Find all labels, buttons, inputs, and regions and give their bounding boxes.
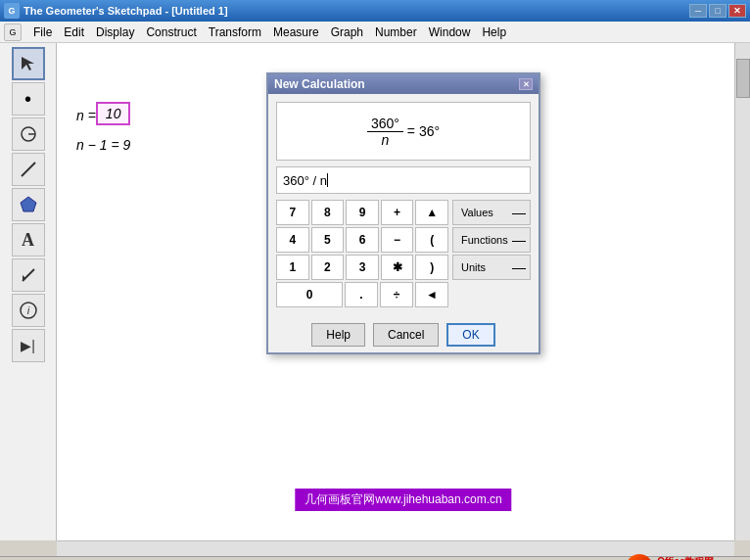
tool-more[interactable]: ▶| bbox=[12, 329, 45, 362]
menu-file[interactable]: File bbox=[27, 23, 58, 41]
menu-measure[interactable]: Measure bbox=[267, 23, 325, 41]
calc-1[interactable]: 1 bbox=[276, 255, 309, 280]
calc-backspace[interactable]: ◄ bbox=[415, 282, 448, 307]
watermark: 几何画板官网www.jihehuaban.com.cn bbox=[295, 489, 511, 511]
text-cursor bbox=[327, 173, 328, 187]
office-logo-area: O Office教程网 www.office26.com bbox=[626, 554, 742, 561]
new-calculation-dialog: New Calculation ✕ 360° n = 36° 360° / bbox=[266, 72, 540, 354]
canvas-area: n = 10 n − 1 = 9 New Calculation ✕ 360° bbox=[57, 43, 750, 540]
tool-polygon[interactable] bbox=[12, 188, 45, 221]
menu-display[interactable]: Display bbox=[90, 23, 140, 41]
app-menu-icon[interactable]: G bbox=[4, 23, 22, 41]
calc-multiply[interactable]: ✱ bbox=[381, 255, 414, 280]
svg-line-3 bbox=[22, 163, 35, 176]
dialog-title-bar: New Calculation ✕ bbox=[268, 74, 539, 94]
vertical-scrollbar[interactable] bbox=[734, 43, 750, 540]
calc-2[interactable]: 2 bbox=[311, 255, 345, 280]
calc-7[interactable]: 7 bbox=[276, 200, 309, 225]
cancel-button[interactable]: Cancel bbox=[373, 323, 439, 347]
menu-transform[interactable]: Transform bbox=[203, 23, 267, 41]
calc-plus[interactable]: + bbox=[381, 200, 414, 225]
menu-window[interactable]: Window bbox=[423, 23, 477, 41]
input-text: 360° / n bbox=[283, 173, 327, 188]
calc-up-arrow[interactable]: ▲ bbox=[415, 200, 448, 225]
calc-numpad: 7 8 9 + ▲ 4 5 6 − bbox=[276, 200, 448, 309]
menu-help[interactable]: Help bbox=[476, 23, 512, 41]
svg-marker-4 bbox=[21, 197, 36, 211]
calc-open-paren[interactable]: ( bbox=[415, 227, 448, 253]
left-toolbar: • A i ▶| bbox=[0, 43, 57, 540]
menu-edit[interactable]: Edit bbox=[58, 23, 90, 41]
minimize-button[interactable]: ─ bbox=[689, 4, 707, 18]
tool-pen[interactable] bbox=[12, 258, 45, 292]
window-controls: ─ □ ✕ bbox=[689, 4, 746, 18]
tool-info[interactable]: i bbox=[12, 294, 45, 327]
tool-arrow[interactable] bbox=[12, 47, 45, 80]
calc-5[interactable]: 5 bbox=[311, 227, 345, 253]
window-title: The Geometer's Sketchpad - [Untitled 1] bbox=[23, 5, 689, 17]
calc-6[interactable]: 6 bbox=[346, 227, 379, 253]
formula-result: = 36° bbox=[407, 123, 440, 139]
calc-8[interactable]: 8 bbox=[311, 200, 345, 225]
calc-3[interactable]: 3 bbox=[346, 255, 379, 280]
calc-9[interactable]: 9 bbox=[346, 200, 379, 225]
menu-bar: G File Edit Display Construct Transform … bbox=[0, 22, 750, 43]
tool-text[interactable]: A bbox=[12, 223, 45, 257]
dialog-title: New Calculation bbox=[274, 77, 365, 91]
dialog-overlay: New Calculation ✕ 360° n = 36° 360° / bbox=[57, 43, 750, 540]
calc-side-buttons: Values — Functions — Units — bbox=[452, 200, 531, 309]
menu-graph[interactable]: Graph bbox=[325, 23, 369, 41]
dialog-content: 360° n = 36° 360° / n bbox=[268, 94, 539, 317]
calculator-area: 7 8 9 + ▲ 4 5 6 − bbox=[276, 200, 531, 309]
dialog-actions: Help Cancel OK bbox=[268, 317, 539, 352]
calc-0[interactable]: 0 bbox=[276, 282, 343, 307]
values-button[interactable]: Values — bbox=[452, 200, 531, 225]
formula-fraction: 360° n bbox=[367, 116, 403, 148]
title-bar: G The Geometer's Sketchpad - [Untitled 1… bbox=[0, 0, 750, 22]
scrollbar-thumb-v[interactable] bbox=[736, 59, 750, 98]
calc-close-paren[interactable]: ) bbox=[415, 255, 448, 280]
app-icon: G bbox=[4, 3, 20, 19]
tool-circle[interactable] bbox=[12, 117, 45, 151]
main-area: • A i ▶| bbox=[0, 43, 750, 540]
status-bar: Click measurements or functions in the s… bbox=[0, 556, 750, 560]
help-button[interactable]: Help bbox=[311, 323, 365, 347]
menu-construct[interactable]: Construct bbox=[140, 23, 202, 41]
calc-minus[interactable]: − bbox=[381, 227, 414, 253]
units-button[interactable]: Units — bbox=[452, 255, 531, 280]
svg-line-5 bbox=[23, 269, 34, 281]
calc-4[interactable]: 4 bbox=[276, 227, 309, 253]
calc-dot[interactable]: . bbox=[345, 282, 378, 307]
office-text: Office教程网 www.office26.com bbox=[657, 556, 742, 561]
office-icon: O bbox=[626, 554, 653, 561]
menu-number[interactable]: Number bbox=[369, 23, 423, 41]
ok-button[interactable]: OK bbox=[446, 323, 494, 347]
tool-point[interactable]: • bbox=[12, 82, 45, 116]
formula-numerator: 360° bbox=[367, 116, 403, 132]
tool-line[interactable] bbox=[12, 153, 45, 186]
formula-denominator: n bbox=[377, 132, 393, 148]
svg-text:i: i bbox=[26, 304, 29, 316]
functions-button[interactable]: Functions — bbox=[452, 227, 531, 253]
close-button[interactable]: ✕ bbox=[728, 4, 746, 18]
maximize-button[interactable]: □ bbox=[709, 4, 727, 18]
formula-display: 360° n = 36° bbox=[276, 102, 531, 161]
dialog-close-btn[interactable]: ✕ bbox=[519, 78, 533, 90]
svg-marker-0 bbox=[22, 57, 34, 70]
expression-input[interactable]: 360° / n bbox=[276, 166, 531, 194]
calc-divide[interactable]: ÷ bbox=[380, 282, 413, 307]
